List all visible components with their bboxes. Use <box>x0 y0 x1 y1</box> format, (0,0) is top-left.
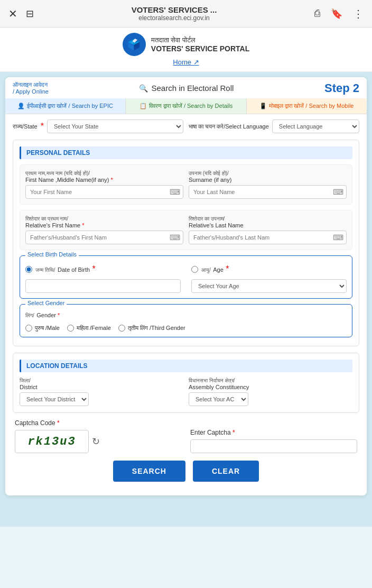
dob-radio[interactable] <box>25 266 32 273</box>
relative-last-input[interactable] <box>189 231 347 244</box>
location-details-header: LOCATION DETAILS <box>20 360 352 372</box>
ac-en: Assembly Constituency <box>189 384 352 390</box>
portal-header: 🗳️ मतदाता सेवा पोर्टल VOTERS' SERVICE PO… <box>0 27 372 72</box>
surname-input[interactable] <box>189 185 347 199</box>
portal-name-hi: मतदाता सेवा पोर्टल <box>151 36 249 44</box>
refresh-icon[interactable]: ↻ <box>92 436 100 447</box>
gender-male-radio[interactable] <box>25 325 32 332</box>
gender-female-radio[interactable] <box>67 325 74 332</box>
captcha-code-label: Captcha Code * <box>15 419 182 427</box>
portal-logo-row: 🗳️ मतदाता सेवा पोर्टल VOTERS' SERVICE PO… <box>123 33 249 56</box>
captcha-image: rk13u3 <box>15 430 89 453</box>
first-name-en: First Name ,Middle Name(if any) * <box>25 177 183 183</box>
location-section: LOCATION DETAILS जिला/ District Select Y… <box>13 353 359 413</box>
gender-options: पुरुष /Male महिला /Female <box>25 325 347 332</box>
relative-first-keyboard-icon: ⌨ <box>170 233 180 242</box>
captcha-section: Captcha Code * rk13u3 ↻ Enter Captcha * <box>13 419 359 453</box>
relative-first-field: रिश्तेदार का प्रथम नाम/ Relative's First… <box>25 216 183 244</box>
portal-name-block: मतदाता सेवा पोर्टल VOTERS' SERVICE PORTA… <box>151 36 249 53</box>
age-radio-row: आयु/ Age * <box>191 264 347 274</box>
form-card: ऑनलाइन आवेदन / Apply Online 🔍 Search in … <box>5 77 367 495</box>
logo-icon: 🗳️ <box>127 38 141 51</box>
captcha-value: rk13u3 <box>27 435 76 448</box>
ac-field: विधानसभा निर्वाचन क्षेत्र/ Assembly Cons… <box>189 378 352 406</box>
surname-hi: उपनाम (यदि कोई हो)/ <box>189 170 347 177</box>
apply-online-en: / Apply Online <box>13 88 49 95</box>
gender-female-option[interactable]: महिला /Female <box>67 325 111 332</box>
gender-section-label: Select Gender <box>25 300 67 306</box>
tab-details-label: विवरण द्वारा खोजें / Search by Details <box>149 103 233 109</box>
relative-first-wrapper: ⌨ <box>25 231 183 244</box>
gender-label-block: लिंग/ Gender * <box>25 310 347 319</box>
dob-radio-row: जन्म तिथि/ Date of Birth * <box>25 264 181 274</box>
enter-captcha-field: Enter Captcha * <box>190 429 357 453</box>
relative-last-wrapper: ⌨ <box>189 231 347 244</box>
language-label: भाषा का चयन करे/Select Language <box>189 123 269 130</box>
apply-online-header: ऑनलाइन आवेदन / Apply Online 🔍 Search in … <box>5 77 367 95</box>
clear-button[interactable]: CLEAR <box>193 461 259 482</box>
search-title-text: Search in Electoral Roll <box>151 84 234 93</box>
age-option: आयु/ Age * Select Your Age <box>191 264 347 293</box>
state-lang-row: राज्य/State * Select Your State भाषा का … <box>13 120 359 133</box>
first-name-input[interactable] <box>25 185 183 199</box>
tab-mobile-icon: 📱 <box>259 103 267 109</box>
dob-option: जन्म तिथि/ Date of Birth * <box>25 264 181 293</box>
page-title: VOTERS' SERVICES ... <box>42 5 306 14</box>
tab-details-icon: 📋 <box>140 103 147 109</box>
share-icon[interactable]: ⎙ <box>314 8 320 19</box>
birth-options: जन्म तिथि/ Date of Birth * <box>25 261 347 293</box>
location-row: जिला/ District Select Your District विधा… <box>20 378 352 406</box>
personal-details-header: PERSONAL DETAILS <box>20 146 352 159</box>
url-text: electoralsearch.eci.gov.in <box>42 14 306 22</box>
relative-name-row: रिश्तेदार का प्रथम नाम/ Relative's First… <box>20 210 352 250</box>
surname-field: उपनाम (यदि कोई हो)/ Surname (if any) ⌨ <box>189 170 347 199</box>
state-field-group: राज्य/State * Select Your State <box>13 120 183 133</box>
tab-details[interactable]: 📋 विवरण द्वारा खोजें / Search by Details <box>126 98 246 114</box>
tab-epic[interactable]: 👤 ईपीआईसी द्वारा खोजें / Search by EPIC <box>5 98 126 114</box>
gender-third-option[interactable]: तृतीय लिंग /Third Gender <box>118 325 185 332</box>
relative-last-field: रिश्तेदार का उपनाम/ Relative's Last Name… <box>189 216 347 244</box>
district-select[interactable]: Select Your District <box>20 392 89 406</box>
age-radio[interactable] <box>191 266 198 273</box>
first-name-keyboard-icon: ⌨ <box>170 188 180 196</box>
bookmark-icon[interactable]: 🔖 <box>331 8 342 20</box>
dob-label: जन्म तिथि/ Date of Birth * <box>35 264 96 274</box>
gender-male-label: पुरुष /Male <box>35 325 60 332</box>
enter-captcha-input[interactable] <box>190 439 357 453</box>
surname-en: Surname (if any) <box>189 177 347 183</box>
nav-icons: ⎙ 🔖 ⋮ <box>314 7 364 20</box>
relative-first-required: * <box>82 222 84 228</box>
step2-badge: Step 2 <box>324 81 359 95</box>
birth-section-label: Select Birth Details <box>25 251 79 258</box>
tab-mobile-label: मोबाइल द्वारा खोजें / Search by Mobile <box>269 103 354 109</box>
name-row: प्रथम नाम,मध्य नाम (यदि कोई हो)/ First N… <box>20 164 352 205</box>
relative-last-keyboard-icon: ⌨ <box>333 233 343 242</box>
gender-male-option[interactable]: पुरुष /Male <box>25 325 60 332</box>
gender-third-radio[interactable] <box>118 325 125 332</box>
tab-epic-icon: 👤 <box>17 103 25 109</box>
close-icon[interactable]: ✕ <box>8 7 17 20</box>
relative-last-hi: रिश्तेदार का उपनाम/ <box>189 216 347 222</box>
language-select[interactable]: Select Language <box>272 120 359 133</box>
filter-icon[interactable]: ⊟ <box>26 8 34 20</box>
personal-section: PERSONAL DETAILS प्रथम नाम,मध्य नाम (यदि… <box>13 140 359 346</box>
age-select[interactable]: Select Your Age <box>191 279 347 293</box>
gender-female-label: महिला /Female <box>77 325 111 332</box>
relative-first-input[interactable] <box>25 231 183 244</box>
relative-first-hi: रिश्तेदार का प्रथम नाम/ <box>25 216 183 222</box>
search-title-block: 🔍 Search in Electoral Roll <box>49 81 324 93</box>
ac-select[interactable]: Select Your AC <box>189 392 248 406</box>
relative-first-en: Relative's First Name * <box>25 222 183 228</box>
birth-section: Select Birth Details जन्म तिथि/ Date of … <box>20 255 352 299</box>
state-label: राज्य/State <box>13 123 38 130</box>
home-link[interactable]: Home ↗ <box>173 58 199 66</box>
first-name-field: प्रथम नाम,मध्य नाम (यदि कोई हो)/ First N… <box>25 170 183 199</box>
state-select[interactable]: Select Your State <box>47 120 183 133</box>
main-content: ऑनलाइन आवेदन / Apply Online 🔍 Search in … <box>0 72 372 527</box>
dob-input[interactable] <box>25 279 181 293</box>
search-button[interactable]: SEARCH <box>113 461 185 482</box>
district-field: जिला/ District Select Your District <box>20 378 183 406</box>
gender-en: Gender * <box>36 312 60 318</box>
more-icon[interactable]: ⋮ <box>353 7 364 20</box>
tab-mobile[interactable]: 📱 मोबाइल द्वारा खोजें / Search by Mobile <box>247 98 367 114</box>
